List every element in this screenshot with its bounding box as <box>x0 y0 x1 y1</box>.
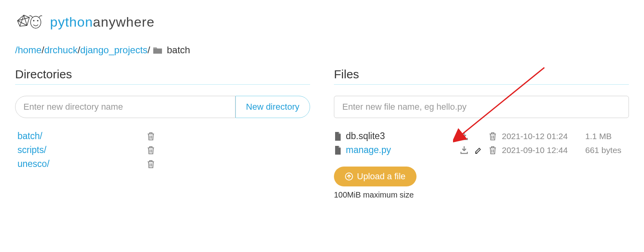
directory-row: batch/ <box>15 129 310 143</box>
download-file-icon[interactable] <box>459 146 469 155</box>
file-size: 1.1 MB <box>585 132 629 141</box>
svg-point-7 <box>37 20 39 21</box>
breadcrumb-user[interactable]: drchuck <box>44 45 77 56</box>
breadcrumb-current: batch <box>167 45 190 56</box>
logo-text: pythonanywhere <box>50 14 155 30</box>
breadcrumb-project[interactable]: django_projects <box>80 45 147 56</box>
breadcrumb-sep: / <box>148 45 150 56</box>
directories-panel: Directories New directory batch/scripts/… <box>15 68 310 200</box>
file-link[interactable]: manage.py <box>346 145 391 155</box>
upload-file-label: Upload a file <box>357 171 405 182</box>
upload-note: 100MiB maximum size <box>334 190 629 200</box>
directory-row: scripts/ <box>15 143 310 157</box>
breadcrumb-sep: / <box>42 45 44 56</box>
logo-text-anywhere: anywhere <box>93 14 154 29</box>
file-name: db.sqlite3 <box>346 131 385 142</box>
breadcrumb-sep: / <box>77 45 80 56</box>
delete-file-icon[interactable] <box>488 132 498 141</box>
file-row: db.sqlite32021-10-12 01:241.1 MB <box>334 129 629 143</box>
new-file-input[interactable] <box>334 96 629 118</box>
svg-point-5 <box>31 16 41 28</box>
upload-file-button[interactable]: Upload a file <box>334 167 416 186</box>
download-file-icon[interactable] <box>459 132 469 141</box>
breadcrumb: /home/drchuck/django_projects/ batch <box>15 45 629 56</box>
files-panel: Files db.sqlite32021-10-12 01:241.1 MBma… <box>334 68 629 200</box>
logo: pythonanywhere <box>15 12 629 32</box>
directory-row: unesco/ <box>15 157 310 171</box>
delete-directory-icon[interactable] <box>147 159 155 169</box>
breadcrumb-home[interactable]: /home <box>15 45 42 56</box>
directories-title: Directories <box>15 68 310 85</box>
logo-mark-icon <box>15 12 43 32</box>
new-directory-button[interactable]: New directory <box>235 96 310 118</box>
folder-icon <box>152 46 163 54</box>
file-row: manage.py2021-09-10 12:44661 bytes <box>334 143 629 157</box>
directory-link[interactable]: scripts/ <box>17 145 46 155</box>
new-directory-group: New directory <box>15 96 310 118</box>
edit-file-icon[interactable] <box>473 146 484 155</box>
new-directory-input[interactable] <box>15 96 235 118</box>
delete-directory-icon[interactable] <box>147 132 155 141</box>
files-title: Files <box>334 68 629 85</box>
delete-file-icon[interactable] <box>488 145 498 155</box>
upload-icon <box>345 173 353 180</box>
file-date: 2021-10-12 01:24 <box>502 132 581 141</box>
file-icon <box>334 132 342 141</box>
svg-point-6 <box>33 20 35 21</box>
logo-text-python: python <box>50 14 93 29</box>
file-icon <box>334 145 342 155</box>
delete-directory-icon[interactable] <box>147 145 155 155</box>
file-size: 661 bytes <box>585 145 629 155</box>
directory-link[interactable]: batch/ <box>17 131 42 142</box>
directory-link[interactable]: unesco/ <box>17 159 50 169</box>
file-date: 2021-09-10 12:44 <box>502 145 581 155</box>
